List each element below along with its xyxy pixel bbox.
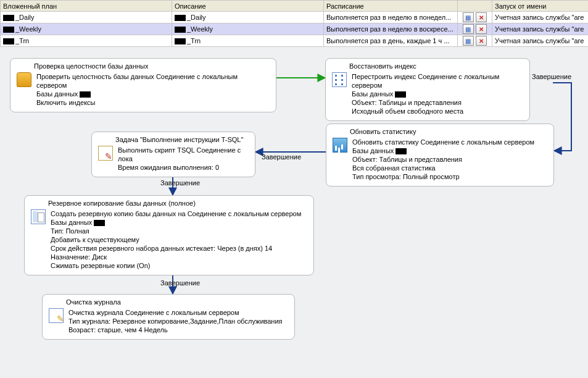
cell-runas[interactable]: Учетная запись службы "аге	[492, 35, 589, 47]
node-update-statistics[interactable]: Обновить статистику Обновить статистику …	[326, 124, 554, 187]
cell-actions: ▦ ✕	[458, 12, 492, 23]
redacted-block	[175, 15, 186, 21]
redacted-block	[94, 220, 105, 226]
backup-icon	[31, 209, 46, 224]
delete-icon[interactable]: ✕	[476, 36, 487, 46]
node-title: Очистка журнала	[66, 298, 288, 308]
redacted-block	[175, 27, 186, 33]
edge-label: Завершение	[160, 279, 200, 287]
redacted-block	[175, 38, 186, 44]
node-details: Обновить статистику Соединение с локальн…	[352, 138, 534, 181]
cell-runas[interactable]: Учетная запись службы "аге	[492, 23, 589, 35]
redacted-block	[80, 91, 91, 98]
node-title: Резервное копирование базы данных (полно…	[48, 200, 307, 209]
edge-label: Завершение	[262, 153, 301, 161]
plans-table[interactable]: Вложенный план Описание Расписание Запус…	[0, 0, 588, 47]
redacted-block	[3, 27, 14, 33]
node-history-cleanup[interactable]: Очистка журнала Очистка журнала Соединен…	[42, 294, 295, 340]
redacted-block	[395, 91, 406, 98]
node-tsql-task[interactable]: Задача "Выполнение инструкции T-SQL" Вып…	[91, 132, 255, 177]
cell-plan[interactable]: _Daily	[1, 12, 172, 23]
node-details: Создать резервную копию базы данных на С…	[51, 209, 301, 270]
edge-label: Завершение	[532, 73, 571, 80]
node-details: Перестроить индекс Соединение с локальны…	[352, 72, 523, 116]
node-title: Задача "Выполнение инструкции T-SQL"	[115, 136, 249, 146]
table-header-row: Вложенный план Описание Расписание Запус…	[1, 1, 589, 12]
cell-plan[interactable]: _Trn	[1, 35, 172, 47]
node-details: Очистка журнала Соединение с локальным с…	[68, 308, 283, 334]
cell-actions: ▦ ✕	[458, 23, 492, 35]
delete-icon[interactable]: ✕	[476, 24, 487, 34]
edge-label: Завершение	[160, 179, 200, 187]
schedule-icon[interactable]: ▦	[463, 36, 474, 46]
schedule-icon[interactable]: ▦	[463, 24, 474, 34]
delete-icon[interactable]: ✕	[476, 12, 487, 22]
database-icon	[17, 72, 31, 87]
schedule-icon[interactable]: ▦	[463, 12, 474, 22]
index-tree-icon	[332, 72, 347, 87]
node-check-integrity[interactable]: Проверка целостности базы данных Провери…	[10, 58, 276, 112]
node-backup-database[interactable]: Резервное копирование базы данных (полно…	[24, 195, 314, 275]
redacted-block	[3, 38, 14, 44]
cleanup-icon	[49, 308, 64, 323]
cell-desc[interactable]: _Weekly	[172, 23, 324, 35]
cell-sched[interactable]: Выполняется раз в день, каждые 1 ч ...	[324, 35, 458, 47]
cell-desc[interactable]: _Trn	[172, 35, 324, 47]
col-header-plan[interactable]: Вложенный план	[1, 1, 172, 12]
col-header-desc[interactable]: Описание	[172, 1, 324, 12]
node-title: Обновить статистику	[350, 128, 547, 138]
cell-desc[interactable]: _Daily	[172, 12, 324, 23]
col-header-sched[interactable]: Расписание	[324, 1, 458, 12]
redacted-block	[3, 15, 14, 21]
cell-sched[interactable]: Выполняется раз в неделю в воскресе...	[324, 23, 458, 35]
cell-runas[interactable]: Учетная запись службы "аге	[492, 12, 589, 23]
node-title: Проверка целостности базы данных	[34, 62, 270, 72]
node-title: Восстановить индекс	[349, 62, 523, 72]
table-row[interactable]: _Trn_TrnВыполняется раз в день, каждые 1…	[1, 35, 589, 47]
redacted-block	[395, 148, 407, 154]
node-details: Проверить целостность базы данных Соедин…	[36, 72, 270, 107]
maintenance-plan-diagram[interactable]: Завершение Завершение Завершение Заверше…	[0, 47, 588, 376]
node-details: Выполнить скрипт TSQL Соединение с лока …	[118, 146, 249, 172]
col-header-enabled[interactable]	[458, 1, 492, 12]
col-header-runas[interactable]: Запуск от имени	[492, 1, 589, 12]
cell-sched[interactable]: Выполняется раз в неделю в понедел...	[324, 12, 458, 23]
statistics-icon	[333, 138, 347, 153]
script-icon	[98, 146, 113, 161]
table-row[interactable]: _Weekly_WeeklyВыполняется раз в неделю в…	[1, 23, 589, 35]
table-row[interactable]: _Daily_DailyВыполняется раз в неделю в п…	[1, 12, 589, 23]
cell-actions: ▦ ✕	[458, 35, 492, 47]
node-rebuild-index[interactable]: Восстановить индекс Перестроить индекс С…	[325, 58, 530, 121]
cell-plan[interactable]: _Weekly	[1, 23, 172, 35]
